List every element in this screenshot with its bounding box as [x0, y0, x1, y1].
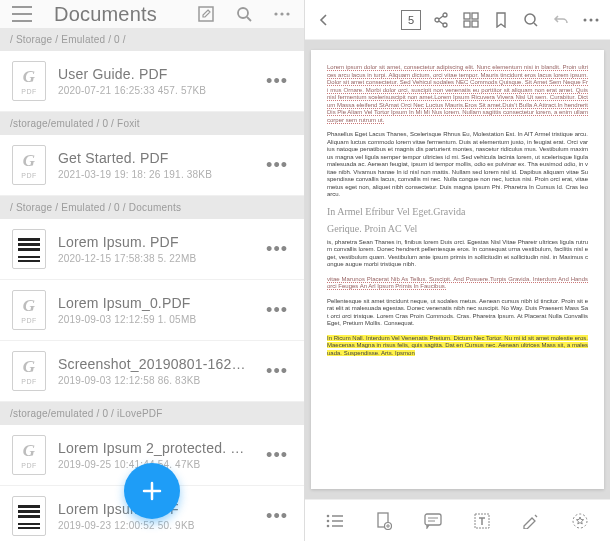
edit-icon[interactable]	[192, 0, 220, 28]
comment-icon[interactable]	[420, 508, 446, 534]
file-sub: 2019-09-03 12:12:59 1. 05MB	[58, 314, 250, 325]
page-add-icon[interactable]	[371, 508, 397, 534]
menu-icon[interactable]	[8, 0, 36, 28]
doc-text: Pellentesque sit amet tincidunt neque, u…	[327, 298, 588, 328]
bookmark-icon[interactable]	[488, 7, 514, 33]
svg-rect-11	[472, 21, 478, 27]
page-title: Documents	[54, 3, 182, 26]
svg-point-2	[274, 12, 277, 15]
search-icon[interactable]	[230, 0, 258, 28]
list-icon[interactable]	[322, 508, 348, 534]
file-name: Screenshot_20190801-162213.PDF	[58, 356, 250, 372]
svg-rect-21	[425, 514, 441, 525]
row-more-icon[interactable]: •••	[262, 361, 292, 382]
breadcrumb[interactable]: /storage/emulated / 0 / Foxit	[0, 112, 304, 135]
row-more-icon[interactable]: •••	[262, 239, 292, 260]
file-name: Get Started. PDF	[58, 150, 250, 166]
file-name: Lorem Ipsum_0.PDF	[58, 295, 250, 311]
file-row[interactable]: Lorem Ipsum. PDF 2020-12-15 17:58:38 5. …	[0, 219, 304, 280]
more-icon[interactable]	[578, 7, 604, 33]
svg-point-6	[435, 18, 439, 22]
file-sub: 2020-07-21 16:25:33 457. 57KB	[58, 85, 250, 96]
file-row[interactable]: GPDF Screenshot_20190801-162213.PDF 2019…	[0, 341, 304, 402]
doc-text: vitae Marunos Placerat Nib As Tellus. Su…	[327, 276, 588, 291]
row-more-icon[interactable]: •••	[262, 445, 292, 466]
more-icon[interactable]	[268, 0, 296, 28]
file-list-pane: Documents / Storage / Emulated / 0 / GPD…	[0, 0, 305, 541]
page-number[interactable]: 5	[398, 7, 424, 33]
svg-point-7	[443, 23, 447, 27]
breadcrumb[interactable]: / Storage / Emulated / 0 / Documents	[0, 196, 304, 219]
row-more-icon[interactable]: •••	[262, 155, 292, 176]
file-sub: 2019-09-23 12:00:52 50. 9KB	[58, 520, 250, 531]
svg-point-4	[286, 12, 289, 15]
breadcrumb[interactable]: /storage/emulated / 0 / iLovePDF	[0, 402, 304, 425]
undo-icon[interactable]	[548, 7, 574, 33]
viewer-toolbar	[305, 499, 610, 541]
file-meta: Lorem Ipsum. PDF 2020-12-15 17:58:38 5. …	[58, 234, 250, 264]
viewer-header: 5	[305, 0, 610, 40]
pdf-icon: GPDF	[12, 435, 46, 475]
text-icon[interactable]	[469, 508, 495, 534]
pdf-icon: GPDF	[12, 145, 46, 185]
pdf-icon: GPDF	[12, 61, 46, 101]
viewer-pane: 5 Lorem ipsum dolor sit amet, consectetu…	[305, 0, 610, 541]
doc-icon	[12, 496, 46, 536]
svg-rect-0	[199, 7, 213, 21]
file-sub: 2019-09-03 12:12:58 86. 83KB	[58, 375, 250, 386]
row-more-icon[interactable]: •••	[262, 506, 292, 527]
file-row[interactable]: GPDF Lorem Ipsum_0.PDF 2019-09-03 12:12:…	[0, 280, 304, 341]
svg-rect-8	[464, 13, 470, 19]
file-name: Lorem Ipsum. PDF	[58, 234, 250, 250]
svg-point-5	[443, 13, 447, 17]
svg-point-14	[590, 18, 593, 21]
star-settings-icon[interactable]	[567, 508, 593, 534]
svg-point-17	[327, 519, 330, 522]
file-meta: Get Started. PDF 2021-03-19 19: 18: 26 1…	[58, 150, 250, 180]
left-header: Documents	[0, 0, 304, 28]
draw-icon[interactable]	[518, 508, 544, 534]
file-meta: Screenshot_20190801-162213.PDF 2019-09-0…	[58, 356, 250, 386]
add-button[interactable]	[124, 463, 180, 519]
svg-point-15	[596, 18, 599, 21]
search-icon[interactable]	[518, 7, 544, 33]
breadcrumb[interactable]: / Storage / Emulated / 0 /	[0, 28, 304, 51]
pdf-icon: GPDF	[12, 351, 46, 391]
file-meta: Lorem Ipsum_0.PDF 2019-09-03 12:12:59 1.…	[58, 295, 250, 325]
doc-heading: Gerique. Proin AC Vel	[327, 223, 588, 236]
file-name: User Guide. PDF	[58, 66, 250, 82]
doc-heading: In Armel Efribur Vel Eget.Gravida	[327, 206, 588, 219]
file-row[interactable]: GPDF User Guide. PDF 2020-07-21 16:25:33…	[0, 51, 304, 112]
file-row[interactable]: GPDF Get Started. PDF 2021-03-19 19: 18:…	[0, 135, 304, 196]
svg-point-12	[525, 14, 535, 24]
doc-text: Lorem ipsum dolor sit amet, consectetur …	[327, 64, 588, 124]
file-name: Lorem Ipsum 2_protected. PDF	[58, 440, 250, 456]
doc-icon	[12, 229, 46, 269]
file-sub: 2021-03-19 19: 18: 26 191. 38KB	[58, 169, 250, 180]
doc-text: is, pharetra Sean Thanes in, finibus lor…	[327, 239, 588, 269]
svg-point-1	[238, 8, 248, 18]
highlighted-text: In Ricum Nall. Interdum Vel Venenatis Pr…	[327, 335, 588, 356]
row-more-icon[interactable]: •••	[262, 300, 292, 321]
svg-point-18	[327, 524, 330, 527]
file-meta: User Guide. PDF 2020-07-21 16:25:33 457.…	[58, 66, 250, 96]
svg-point-16	[327, 514, 330, 517]
document-viewport[interactable]: Lorem ipsum dolor sit amet, consectetur …	[305, 40, 610, 499]
share-icon[interactable]	[428, 7, 454, 33]
doc-text: Phasellus Eget Lacus Thanes, Scelerisque…	[327, 131, 588, 199]
document-page: Lorem ipsum dolor sit amet, consectetur …	[311, 50, 604, 489]
grid-icon[interactable]	[458, 7, 484, 33]
row-more-icon[interactable]: •••	[262, 71, 292, 92]
svg-rect-10	[464, 21, 470, 27]
svg-point-3	[280, 12, 283, 15]
file-sub: 2020-12-15 17:58:38 5. 22MB	[58, 253, 250, 264]
back-icon[interactable]	[311, 7, 337, 33]
pdf-icon: GPDF	[12, 290, 46, 330]
svg-point-13	[584, 18, 587, 21]
svg-rect-9	[472, 13, 478, 19]
